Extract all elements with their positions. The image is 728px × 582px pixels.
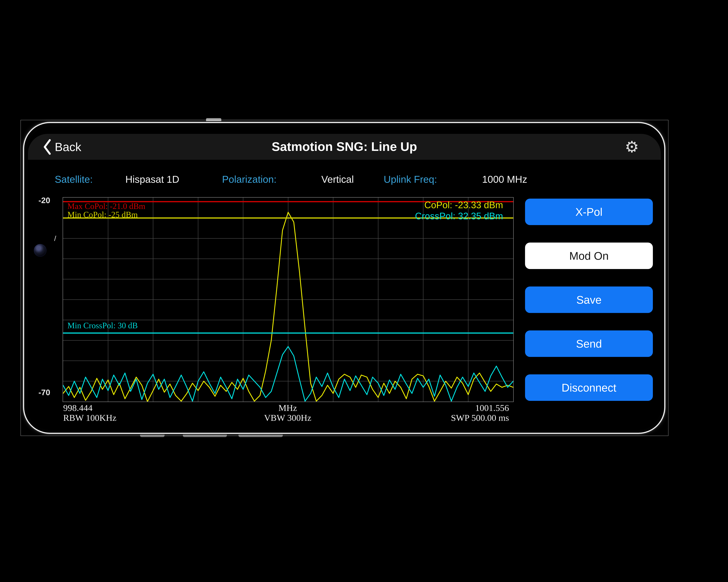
- polarization-value: Vertical: [321, 173, 354, 185]
- freq-unit-label: MHz: [278, 403, 297, 413]
- swp-label: SWP 500.00 ms: [451, 413, 509, 423]
- mod-on-button[interactable]: Mod On: [525, 243, 653, 269]
- polarization-label: Polarization:: [222, 173, 277, 185]
- uplink-freq-value: 1000 MHz: [482, 173, 527, 185]
- phone-screen: Back Satmotion SNG: Line Up ⚙ / Satellit…: [28, 127, 661, 430]
- spectrum-plot: [63, 198, 513, 401]
- x-pol-button[interactable]: X-Pol: [525, 199, 653, 225]
- freq-end-label: 1001.556: [475, 403, 509, 413]
- chart-footer-settings-row: RBW 100KHz VBW 300Hz SWP 500.00 ms: [62, 413, 513, 422]
- disconnect-button[interactable]: Disconnect: [525, 375, 653, 401]
- y-axis-tick-top: -20: [29, 196, 50, 205]
- y-axis-tick-bottom: -70: [29, 388, 50, 397]
- slash-artifact: /: [54, 234, 56, 243]
- copol-reading-label: CoPol: -23.33 dBm: [424, 200, 503, 211]
- min-crosspol-limit-label: Min CrossPol: 30 dB: [68, 321, 138, 330]
- chart-footer-frequency-row: 998.444 MHz 1001.556: [62, 403, 513, 412]
- max-copol-limit-label: Max CoPol: -21.0 dBm: [68, 201, 145, 211]
- crosspol-reading-label: CrossPol: 32.35 dBm: [415, 211, 503, 221]
- satellite-value: Hispasat 1D: [125, 173, 179, 185]
- page-title: Satmotion SNG: Line Up: [28, 139, 661, 154]
- satellite-label: Satellite:: [55, 173, 93, 185]
- vbw-label: VBW 300Hz: [264, 413, 311, 423]
- freq-start-label: 998.444: [63, 403, 93, 413]
- uplink-freq-label: Uplink Freq:: [384, 173, 437, 185]
- min-copol-limit-label: Min CoPol: -25 dBm: [68, 210, 138, 219]
- phone-power-button: [206, 118, 221, 122]
- send-button[interactable]: Send: [525, 330, 653, 357]
- settings-gear-icon[interactable]: ⚙: [625, 137, 639, 157]
- save-button[interactable]: Save: [525, 286, 653, 313]
- phone-camera: [34, 244, 47, 257]
- spectrum-chart: Max CoPol: -21.0 dBm Min CoPol: -25 dBm …: [62, 197, 514, 402]
- navigation-bar: Back Satmotion SNG: Line Up ⚙: [28, 134, 661, 160]
- rbw-label: RBW 100KHz: [63, 413, 116, 423]
